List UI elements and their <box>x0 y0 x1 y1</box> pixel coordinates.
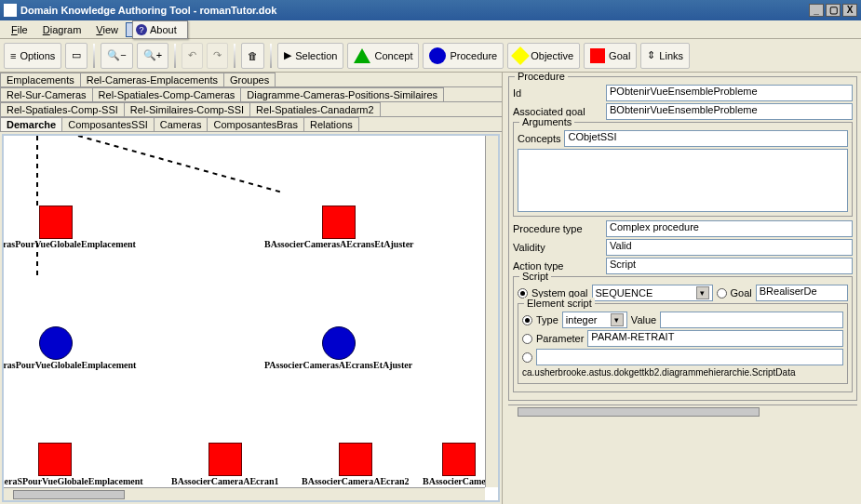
selection-label: Selection <box>295 50 337 61</box>
circle-icon <box>429 47 446 64</box>
redo-button[interactable]: ↷ <box>207 43 228 69</box>
node-label: rCamerasPourVueGlobaleEmplacement <box>2 360 136 370</box>
chevron-down-icon: ▾ <box>696 286 709 299</box>
parameter-field[interactable]: PARAM-RETRAIT <box>587 330 843 347</box>
separator <box>234 44 235 68</box>
procedure-tool[interactable]: Procedure <box>423 43 504 69</box>
tab-composantesbras[interactable]: ComposantesBras <box>207 117 304 131</box>
zoom-in-icon: 🔍+ <box>143 49 162 61</box>
node-label: BAssocierCameraAEcran1 <box>171 476 279 486</box>
tab-rel-spatiales-comp-cameras[interactable]: Rel-Spatiales-Comp-Cameras <box>92 87 242 101</box>
procedure-shape <box>39 326 73 360</box>
goal-field[interactable]: BRealiserDe <box>756 285 848 301</box>
maximize-button[interactable]: ▢ <box>826 4 841 17</box>
system-goal-combo[interactable]: SEQUENCE ▾ <box>592 285 713 301</box>
procedure-node-d[interactable]: PAssocierCamerasAEcransEtAjuster <box>264 326 412 370</box>
menu-file[interactable]: File <box>4 22 35 37</box>
arguments-fieldset: Arguments Concepts CObjetSSI <box>513 122 853 217</box>
right-h-scrollbar[interactable] <box>508 405 857 418</box>
links-tool[interactable]: ⇕ Links <box>640 43 690 69</box>
goal-node-f[interactable]: BAssocierCameraAEcran1 <box>171 443 279 486</box>
separator <box>174 44 176 68</box>
id-field[interactable]: PObtenirVueEnsembleProbleme <box>606 85 853 101</box>
element-script-fieldset: Element script Type integer ▾ Value Pa <box>518 303 848 384</box>
minimize-button[interactable]: _ <box>809 4 824 17</box>
node-label: sCamerasPourVueGlobaleEmplacement <box>2 239 136 249</box>
tab-rel-sur-cameras[interactable]: Rel-Sur-Cameras <box>0 87 93 101</box>
scroll-thumb[interactable] <box>13 490 125 499</box>
value-field[interactable] <box>660 312 843 328</box>
radio-type[interactable] <box>522 315 532 325</box>
proc-type-field[interactable]: Complex procedure <box>606 220 853 237</box>
diamond-icon <box>511 46 530 65</box>
goal-node-a[interactable]: sCamerasPourVueGlobaleEmplacement <box>2 206 136 249</box>
goal-node-b[interactable]: BAssocierCamerasAEcransEtAjuster <box>264 206 414 249</box>
diagram-canvas[interactable]: sCamerasPourVueGlobaleEmplacement BAssoc… <box>2 134 500 502</box>
tab-relations[interactable]: Relations <box>303 117 359 131</box>
concepts-label: Concepts <box>518 133 560 144</box>
links-label: Links <box>659 50 683 61</box>
options-label: Options <box>20 50 55 61</box>
tab-rel-similaires[interactable]: Rel-Similaires-Comp-SSI <box>124 102 250 116</box>
radio-system-goal[interactable] <box>518 288 528 298</box>
type-value: integer <box>566 314 598 325</box>
validity-field[interactable]: Valid <box>606 239 853 256</box>
goal-node-h[interactable]: BAssocierCamera <box>423 443 494 486</box>
concept-label: Concept <box>374 50 412 61</box>
goal-tool[interactable]: Goal <box>584 43 637 69</box>
element-legend: Element script <box>524 298 595 309</box>
h-scrollbar[interactable] <box>4 487 485 500</box>
delete-button[interactable]: 🗑 <box>241 43 264 69</box>
tab-rel-spatiales-comp-ssi[interactable]: Rel-Spatiales-Comp-SSI <box>0 102 125 116</box>
v-scrollbar[interactable] <box>485 136 498 487</box>
tabs-row-1: Emplacements Rel-Cameras-Emplacements Gr… <box>0 73 502 87</box>
options-button[interactable]: ≡ Options <box>4 43 61 69</box>
arguments-legend: Arguments <box>519 116 574 127</box>
assoc-goal-field[interactable]: BObtenirVueEnsembleProbleme <box>606 103 853 120</box>
concepts-field[interactable]: CObjetSSI <box>564 130 848 147</box>
tab-rel-cameras-emplacements[interactable]: Rel-Cameras-Emplacements <box>80 73 224 86</box>
tab-demarche[interactable]: Demarche <box>0 117 62 131</box>
arguments-textarea[interactable] <box>518 149 848 212</box>
goal-node-e[interactable]: uperCameraSPourVueGlobaleEmplacement <box>2 443 143 486</box>
tab-cameras[interactable]: Cameras <box>154 117 209 131</box>
zoom-in-button[interactable]: 🔍+ <box>137 43 168 69</box>
tab-emplacements[interactable]: Emplacements <box>0 73 81 86</box>
close-button[interactable]: X <box>842 4 857 17</box>
radio-empty[interactable] <box>522 352 532 363</box>
procedure-node-c[interactable]: rCamerasPourVueGlobaleEmplacement <box>2 326 136 370</box>
tab-rel-spatiales-canadarm2[interactable]: Rel-Spatiales-Canadarm2 <box>249 102 381 116</box>
scroll-thumb[interactable] <box>518 407 760 417</box>
zoom-out-icon: 🔍− <box>107 49 126 61</box>
menu-diagram[interactable]: Diagram <box>35 22 89 37</box>
radio-goal[interactable] <box>717 288 727 298</box>
about-popup[interactable]: ? About <box>132 20 188 39</box>
goal-label: Goal <box>731 287 752 298</box>
links-icon: ⇕ <box>647 49 655 61</box>
undo-button[interactable]: ↶ <box>182 43 203 69</box>
goal-node-g[interactable]: BAssocierCameraAEcran2 <box>302 443 410 486</box>
triangle-icon <box>354 48 370 63</box>
separator <box>270 44 272 68</box>
tab-composantesssi[interactable]: ComposantesSSI <box>61 117 155 131</box>
toolbar: ≡ Options ▭ 🔍− 🔍+ ↶ ↷ 🗑 ▶ Selection Conc… <box>0 39 861 73</box>
type-combo[interactable]: integer ▾ <box>562 312 627 328</box>
selection-tool[interactable]: ▶ Selection <box>277 43 343 69</box>
objective-tool[interactable]: Objective <box>507 43 580 69</box>
question-icon: ? <box>136 24 147 35</box>
radio-parameter[interactable] <box>522 334 532 344</box>
goal-shape <box>339 443 372 476</box>
tabs-row-2: Rel-Sur-Cameras Rel-Spatiales-Comp-Camer… <box>0 87 502 102</box>
zoom-out-button[interactable]: 🔍− <box>101 43 132 69</box>
goal-label: Goal <box>609 50 630 61</box>
goal-shape <box>442 443 476 476</box>
goal-shape <box>38 443 72 476</box>
concept-tool[interactable]: Concept <box>347 43 419 69</box>
new-button[interactable]: ▭ <box>65 43 87 69</box>
empty-field[interactable] <box>536 349 843 365</box>
tab-diagramme-cameras[interactable]: Diagramme-Cameras-Positions-Similaires <box>240 87 444 101</box>
window-title: Domain Knowledge Authoring Tool - romanT… <box>20 5 807 16</box>
menu-view[interactable]: View <box>88 22 126 37</box>
action-type-field[interactable]: Script <box>606 258 853 274</box>
tab-groupes[interactable]: Groupes <box>223 73 276 86</box>
